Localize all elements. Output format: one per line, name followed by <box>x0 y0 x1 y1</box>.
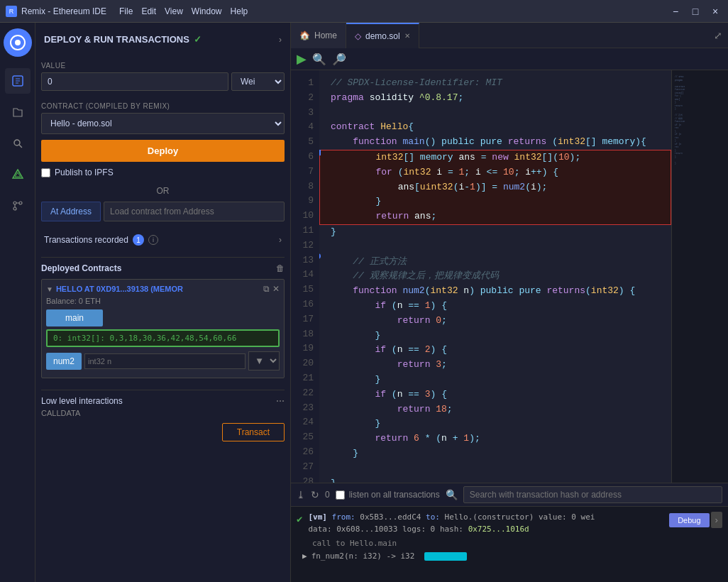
code-line-9: } <box>331 194 659 209</box>
calldata-label: CALLDATA <box>41 409 285 417</box>
line-numbers: 1 2 3 4 5 6 7 8 9 10 11 12 13 14 15 16 1 <box>291 70 319 483</box>
app-logo: R <box>6 6 17 17</box>
console-clear-icon[interactable]: ⤓ <box>297 489 305 500</box>
tab-demo-sol[interactable]: ◇ demo.sol ✕ <box>346 23 419 48</box>
publish-checkbox[interactable] <box>41 168 50 177</box>
transact-button[interactable]: Transact <box>222 423 285 441</box>
console-search-icon[interactable]: 🔍 <box>446 489 458 500</box>
transactions-expand-icon[interactable]: › <box>279 235 282 245</box>
code-line-6: int32[] memory ans = new int32[](10); <box>331 150 659 165</box>
search-icon[interactable] <box>5 131 31 156</box>
at-address-row: At Address <box>41 202 285 221</box>
expand-editor-icon[interactable]: ⤢ <box>714 30 722 41</box>
code-line-25: return 6 * (n + 1); <box>331 432 660 446</box>
low-level-title: Low level interactions <box>41 396 123 406</box>
code-editor[interactable]: 1 2 3 4 5 6 7 8 9 10 11 12 13 14 15 16 1 <box>291 70 728 483</box>
transactions-label: Transactions recorded <box>44 235 128 245</box>
solidity-icon[interactable] <box>5 162 31 187</box>
debug-button[interactable]: Debug <box>669 513 709 527</box>
menu-file[interactable]: File <box>119 6 133 16</box>
menu-edit[interactable]: Edit <box>141 6 156 16</box>
instance-delete-icon[interactable]: ✕ <box>272 284 280 294</box>
code-line-21: } <box>331 373 660 388</box>
transact-row: Transact <box>41 420 285 441</box>
collapsed-expand-icon[interactable]: ▶ <box>302 551 307 561</box>
tab-home[interactable]: 🏠 Home <box>291 23 346 48</box>
svg-point-8 <box>13 207 16 210</box>
low-level-info-icon[interactable]: ⋯ <box>276 396 285 406</box>
demo-sol-icon: ◇ <box>355 31 361 41</box>
at-address-button[interactable]: At Address <box>41 202 101 221</box>
code-content[interactable]: // SPDX-License-Identifier: MIT pragma s… <box>319 70 671 483</box>
transactions-info-icon[interactable]: i <box>148 235 158 245</box>
svg-point-3 <box>14 140 20 146</box>
home-icon: 🏠 <box>299 31 310 40</box>
git-icon[interactable] <box>5 193 31 219</box>
code-line-22: if (n == 3) { <box>331 388 660 402</box>
code-line-3 <box>331 106 660 121</box>
code-line-19: if (n == 2) { <box>331 343 660 358</box>
collapsed-text: fn_num2(n: i32) -> i32 <box>311 551 415 561</box>
menu-window[interactable]: Window <box>192 6 222 16</box>
tab-demo-sol-label: demo.sol <box>365 31 400 41</box>
console-toolbar: ⤓ ↻ 0 listen on all transactions 🔍 <box>291 483 728 507</box>
num2-function-button[interactable]: num2 <box>46 353 82 370</box>
code-line-26: } <box>331 446 660 461</box>
titlebar-menu: File Edit View Window Help <box>119 6 248 16</box>
zoom-out-icon[interactable]: 🔎 <box>332 53 346 66</box>
console-scroll-icon[interactable]: ↻ <box>311 489 319 500</box>
value-input[interactable] <box>41 72 228 91</box>
app: DEPLOY & RUN TRANSACTIONS ✓ › VALUE Wei … <box>0 23 728 582</box>
instance-copy-icon[interactable]: ⧉ <box>263 284 270 294</box>
maximize-button[interactable]: □ <box>688 6 702 17</box>
run-icon[interactable]: ▶ <box>297 51 307 67</box>
minimize-button[interactable]: − <box>668 6 683 17</box>
breakpoint-13 <box>319 253 321 259</box>
panel-arrow-icon[interactable]: › <box>279 35 282 45</box>
close-button[interactable]: × <box>708 6 722 17</box>
transactions-badge: 1 <box>133 234 144 246</box>
code-line-1: // SPDX-License-Identifier: MIT <box>331 76 660 91</box>
console-area: ⤓ ↻ 0 listen on all transactions 🔍 ✔ [vm… <box>291 483 728 582</box>
file-explorer-icon[interactable] <box>5 99 31 125</box>
listen-label: listen on all transactions <box>349 490 440 500</box>
num2-function-row: num2 ▼ <box>46 351 280 370</box>
highlight-block: int32[] memory ans = new int32[](10); fo… <box>319 150 671 225</box>
load-contract-input[interactable] <box>104 202 285 221</box>
more-button[interactable]: › <box>711 512 722 528</box>
svg-point-7 <box>19 202 22 204</box>
tab-close-icon[interactable]: ✕ <box>404 32 410 40</box>
console-msg-1: ✔ [vm] from: 0x5B3...eddC4 to: Hello.(co… <box>297 510 722 537</box>
editor-toolbar-right: ⤢ <box>708 30 728 41</box>
minimap: // SPDXpragmacontract function int32[] f… <box>671 70 728 483</box>
console-msg-2: call to Hello.main <box>297 537 722 549</box>
code-line-18: } <box>331 329 660 344</box>
delete-all-icon[interactable]: 🗑 <box>276 263 285 273</box>
balance-row: Balance: 0 ETH <box>46 297 280 305</box>
check-icon: ✓ <box>194 34 202 45</box>
value-row: Wei Gwei Finney Ether <box>41 72 285 91</box>
titlebar-controls: − □ × <box>668 6 722 17</box>
deploy-run-icon[interactable] <box>5 68 31 94</box>
search-tx-input[interactable] <box>463 486 722 503</box>
search-toolbar-icon[interactable]: 🔍 <box>312 53 326 66</box>
icon-sidebar <box>0 23 35 582</box>
menu-view[interactable]: View <box>165 6 183 16</box>
svg-point-6 <box>13 202 16 204</box>
menu-help[interactable]: Help <box>231 6 248 16</box>
instance-expand-icon[interactable]: ▼ <box>46 285 53 293</box>
contract-select[interactable]: Hello - demo.sol <box>41 113 285 134</box>
unit-select[interactable]: Wei Gwei Finney Ether <box>231 72 285 91</box>
logo-icon <box>4 28 32 57</box>
num2-param-input[interactable] <box>84 353 246 369</box>
titlebar-left: R Remix - Ethereum IDE File Edit View Wi… <box>6 6 248 17</box>
publish-label: Publish to IPFS <box>55 168 114 177</box>
deploy-button[interactable]: Deploy <box>41 140 285 162</box>
num2-dropdown[interactable]: ▼ <box>248 351 280 370</box>
transactions-title: Transactions recorded 1 i <box>44 234 158 246</box>
breakpoint-6 <box>319 150 321 155</box>
main-function-button[interactable]: main <box>46 309 103 326</box>
editor-area: 🏠 Home ◇ demo.sol ✕ ⤢ ▶ 🔍 🔎 <box>291 23 728 582</box>
listen-checkbox[interactable] <box>336 490 345 500</box>
contract-label: CONTRACT (Compiled by Remix) <box>41 102 285 110</box>
